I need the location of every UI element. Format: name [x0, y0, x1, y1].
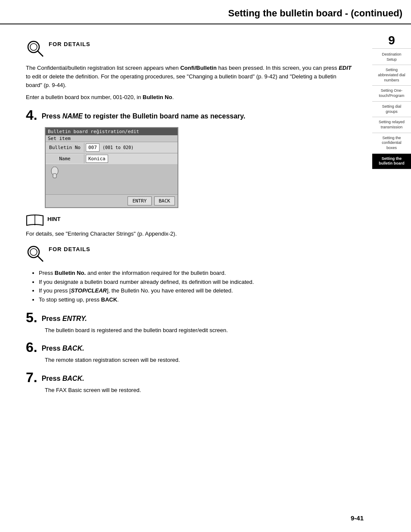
screen-value-name: Konica — [86, 155, 108, 163]
sidebar-item-dialgroups: Setting dialgroups — [372, 102, 411, 117]
sidebar-item-destination-setup: DestinationSetup — [372, 50, 411, 65]
for-details-body-1: The Confidential/bulletin registration l… — [26, 64, 353, 90]
for-details-label-1: FOR DETAILS — [49, 39, 90, 47]
page-title: Setting the bulletin board - (continued) — [228, 8, 402, 19]
sidebar-chapter-number: 9 — [372, 34, 411, 49]
for-details-block-1: FOR DETAILS — [26, 39, 353, 59]
step-7-subtext: The FAX Basic screen will be restored. — [45, 386, 353, 395]
step-6-subtext: The remote station registration screen w… — [45, 356, 353, 364]
step-4: 4. Press NAME to register the Bulletin b… — [26, 108, 353, 122]
sidebar-item-onetouch: Setting One-touch/Program — [372, 86, 411, 101]
screen-buttons: ENTRY BACK — [46, 194, 177, 207]
bullet-3: If you press [STOP/CLEAR], the Bulletin … — [39, 286, 353, 296]
page-header: Setting the bulletin board - (continued) — [0, 0, 411, 25]
step-4-text: Press NAME to register the Bulletin boar… — [42, 108, 246, 121]
page-number: 9-41 — [351, 514, 364, 522]
svg-rect-4 — [53, 174, 56, 178]
for-details-label-2: FOR DETAILS — [49, 244, 90, 252]
sidebar-item-bulletin: Setting thebulletin board — [372, 154, 411, 169]
step-5-text: Press ENTRY. — [42, 311, 87, 324]
step-4-number: 4. — [26, 108, 37, 122]
finger-icon — [48, 167, 61, 180]
svg-point-2 — [30, 44, 37, 50]
screen-entry-button[interactable]: ENTRY — [128, 196, 151, 205]
screen-row-name: Name Konica — [46, 153, 177, 164]
step-7: 7. Press BACK. — [26, 370, 353, 384]
sidebar-item-confidential: Setting theconfidentialboxes — [372, 133, 411, 154]
svg-point-8 — [30, 249, 37, 255]
step-5-subtext: The bulletin board is registered and the… — [45, 326, 353, 335]
step-5: 5. Press ENTRY. — [26, 311, 353, 324]
search-icon-2 — [26, 244, 45, 264]
for-details-body-2: Enter a bulletin board box number, 001-0… — [26, 93, 353, 102]
screen-row-bulletin: Bulletin No 007 (001 to 020) — [46, 142, 177, 153]
hint-body: For details, see "Entering Character Str… — [26, 230, 353, 238]
step-6-text: Press BACK. — [42, 340, 84, 353]
screen-title: Bulletin board reğistration/edit — [46, 128, 177, 135]
screen-value-bulletin: 007 — [86, 143, 100, 152]
bullet-1: Press Bulletin No. and enter the informa… — [39, 269, 353, 278]
hint-block: HINT — [26, 214, 353, 227]
step-7-number: 7. — [26, 370, 37, 384]
screen-hint-bulletin: (001 to 020) — [101, 144, 135, 151]
bullet-2: If you designate a bulletin board number… — [39, 278, 353, 287]
step-6-number: 6. — [26, 340, 37, 354]
for-details-bullets: Press Bulletin No. and enter the informa… — [34, 269, 353, 305]
step-5-number: 5. — [26, 311, 37, 324]
hint-label: HINT — [47, 214, 60, 222]
bullet-4: To stop setting up, press BACK. — [39, 296, 353, 305]
sidebar: 9 DestinationSetup Settingabbreviated di… — [372, 34, 411, 169]
sidebar-item-relayed: Setting relayedtransmission — [372, 117, 411, 133]
svg-line-7 — [37, 256, 43, 261]
for-details-block-2: FOR DETAILS — [26, 244, 353, 264]
hint-book-icon — [26, 214, 44, 227]
screen-subtitle: Set item — [46, 135, 177, 142]
screen-label-bulletin: Bulletin No — [46, 143, 84, 152]
screen-label-name: Name — [46, 154, 84, 163]
svg-line-1 — [37, 51, 43, 56]
screen-simulation: Bulletin board reğistration/edit Set ite… — [45, 127, 178, 208]
step-7-text: Press BACK. — [42, 370, 84, 383]
step-6: 6. Press BACK. — [26, 340, 353, 354]
main-content: FOR DETAILS The Confidential/bulletin re… — [0, 25, 371, 403]
search-icon — [26, 39, 45, 59]
screen-back-button[interactable]: BACK — [154, 196, 175, 205]
sidebar-item-abbreviated: Settingabbreviated dialnumbers — [372, 65, 411, 86]
screen-body — [46, 164, 177, 194]
